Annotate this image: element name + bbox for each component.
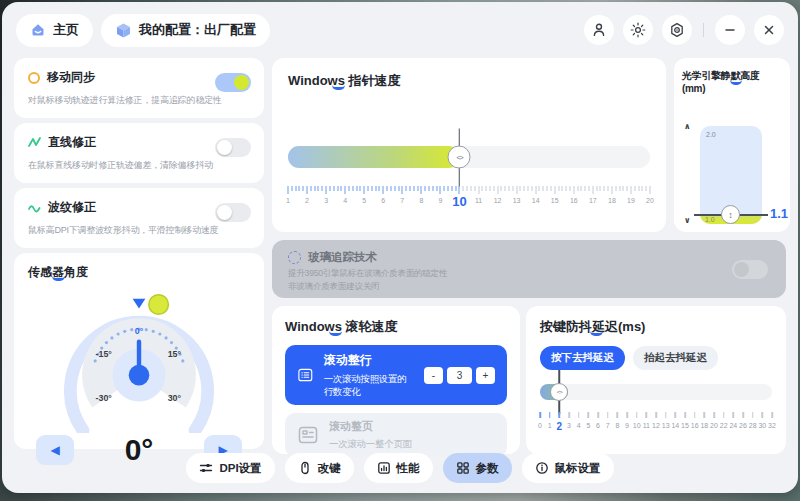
profile-config-button[interactable]: 我的配置：出厂配置 [101,14,270,47]
sensor-gauge[interactable]: 0° -15° 15° -30° 30° [28,281,250,433]
debounce-handle[interactable]: <> [550,383,568,401]
scroll-by-page-desc: 一次滚动一整个页面 [329,438,412,451]
ruler-tick [607,412,609,418]
pointer-speed-slider[interactable]: <> [288,146,650,168]
ruler-minor-tick [299,186,300,191]
lod-title: 光学引擎静默高度(mm) [682,69,782,94]
ruler-tick [684,412,686,418]
lod-handle[interactable]: ↕ [721,205,740,224]
ruler-minor-tick [528,186,529,191]
line-correction-icon [28,136,41,149]
ruler-minor-tick [581,186,582,191]
ruler-minor-tick [562,186,563,191]
scroll-by-page-title: 滚动整页 [329,419,412,434]
pointer-speed-card: Windows 指针速度 <> 123456789101112131415161… [272,58,666,232]
dpi-sliders-icon [199,461,213,475]
toggle-knob [234,75,249,90]
ruler-number: 16 [570,197,578,204]
line-correction-card: 直线修正 在鼠标直线移动时修正轨迹偏差，清除偏移抖动 [14,123,264,183]
title-underline [329,331,342,336]
minimize-button[interactable] [715,15,745,45]
lod-up-chevron-icon[interactable]: ∧ [684,122,691,131]
ruler-minor-tick [493,186,494,191]
ruler-number: 6 [596,422,600,429]
gauge-drag-handle[interactable] [149,295,169,315]
ruler-minor-tick [489,186,490,191]
ruler-tick [559,412,561,418]
scroll-by-page-option[interactable]: 滚动整页 一次滚动一整个页面 [285,413,507,457]
ruler-tick [383,186,384,194]
nav-dpi-settings[interactable]: DPI设置 [186,453,274,483]
ruler-tick [630,186,631,194]
lines-increase-button[interactable]: + [476,367,495,384]
ruler-minor-tick [524,186,525,191]
tab-press-debounce[interactable]: 按下去抖延迟 [540,346,625,370]
nav-performance[interactable]: 性能 [364,453,433,483]
ruler-number: 26 [739,422,747,429]
ruler-number: 20 [646,197,654,204]
toggle-knob [734,262,749,277]
ruler-number: 28 [749,422,757,429]
ruler-minor-tick [375,186,376,191]
ruler-tick [402,186,403,194]
tab-release-debounce[interactable]: 抬起去抖延迟 [633,346,718,370]
ruler-minor-tick [619,186,620,191]
ruler-minor-tick [520,186,521,191]
gauge-label-minus15: -15° [96,349,113,359]
ruler-minor-tick [463,186,464,191]
ruler-tick [497,186,498,194]
glass-tracking-toggle[interactable] [732,260,768,279]
info-icon [535,461,549,475]
ripple-correction-toggle[interactable] [215,203,251,222]
left-column: 移动同步 对鼠标移动轨迹进行算法修正，提高追踪的稳定性 直线修正 在鼠标直线移动… [14,58,264,449]
title-underline [332,85,345,90]
nav-mouse-settings[interactable]: 鼠标设置 [522,453,614,483]
debounce-slider[interactable]: <> [540,384,772,400]
close-button[interactable] [754,15,784,45]
ruler-minor-tick [539,186,540,191]
nav-parameters[interactable]: 参数 [443,453,512,483]
settings-button[interactable] [662,15,692,45]
nav-label: 鼠标设置 [555,461,601,476]
ruler-tick [655,412,657,418]
ruler-minor-tick [444,186,445,191]
motion-sync-toggle[interactable] [215,73,251,92]
scroll-by-lines-title: 滚动整行 [324,352,414,369]
ruler-number: 10 [633,422,641,429]
ruler-minor-tick [371,186,372,191]
glass-tracking-desc-2: 非玻璃介质表面建议关闭 [288,281,770,293]
account-button[interactable] [584,15,614,45]
ruler-minor-tick [303,186,304,191]
ruler-minor-tick [505,186,506,191]
handle-grip-icon: <> [550,383,568,401]
bottom-nav: DPI设置 改键 性能 参数 [2,453,798,483]
ruler-minor-tick [596,186,597,191]
ripple-correction-desc: 鼠标高DPI下调整波纹形抖动，平滑控制移动速度 [28,224,250,237]
lod-down-chevron-icon[interactable]: ∨ [684,216,691,225]
ruler-tick [646,412,648,418]
scroll-option-text: 滚动整行 一次滚动按照设置的行数变化 [324,352,414,399]
line-correction-title: 直线修正 [48,134,96,151]
ruler-tick [762,412,764,418]
title-underline [52,276,65,281]
ruler-minor-tick [425,186,426,191]
lines-value: 3 [447,367,472,384]
ruler-minor-tick [600,186,601,191]
scroll-by-lines-option[interactable]: 滚动整行 一次滚动按照设置的行数变化 - 3 + [285,345,507,405]
brightness-button[interactable] [623,15,653,45]
ruler-minor-tick [543,186,544,191]
gauge-label-0: 0° [135,326,144,336]
ruler-minor-tick [638,186,639,191]
ruler-number: 18 [608,197,616,204]
ruler-minor-tick [558,186,559,191]
scroll-lines-icon [297,364,314,386]
nav-key-remap[interactable]: 改键 [285,453,354,483]
ruler-tick [752,412,754,418]
ruler-minor-tick [368,186,369,191]
ruler-minor-tick [566,186,567,191]
pointer-speed-handle[interactable]: <> [448,146,471,169]
lines-decrease-button[interactable]: - [424,367,443,384]
home-button[interactable]: 主页 [16,14,93,47]
line-correction-toggle[interactable] [215,138,251,157]
ruler-minor-tick [531,186,532,191]
